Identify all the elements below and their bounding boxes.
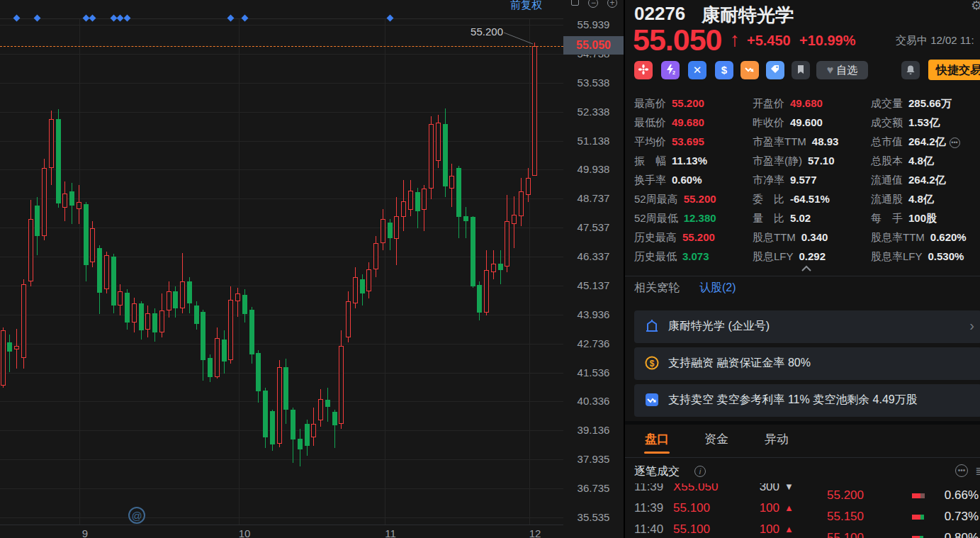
- company-profile-text: 康耐特光学 (企业号): [668, 319, 770, 334]
- level-price: 55.200: [827, 485, 864, 506]
- event-diamond-marker[interactable]: [82, 15, 89, 22]
- restore-view-icon[interactable]: [567, 0, 582, 9]
- market-cap-more-icon[interactable]: •••: [950, 138, 960, 148]
- stat-row: 最高价55.200开盘价49.680成交量285.66万: [634, 94, 980, 113]
- candle-body: [422, 189, 427, 210]
- stat-value: 100股: [908, 212, 937, 224]
- v-gridline: [79, 18, 80, 525]
- margin-finance-text: 支持融资 融资保证金率 80%: [668, 356, 811, 371]
- info-icon[interactable]: i: [694, 466, 706, 477]
- event-diamond-marker[interactable]: [34, 15, 41, 22]
- trade-direction-icon: ▲: [784, 519, 794, 538]
- gear-icon[interactable]: ⚙: [971, 0, 980, 13]
- quick-trade-button[interactable]: 快捷交易: [928, 60, 980, 80]
- v-gridline: [529, 18, 530, 525]
- trade-time: 11:39: [634, 498, 663, 519]
- candle-body: [118, 291, 123, 306]
- tabs-divider: [625, 457, 980, 458]
- switch-view-icon[interactable]: ≣: [975, 464, 980, 478]
- collapse-stats-chevron-icon[interactable]: [801, 262, 812, 275]
- tab-capital-flow[interactable]: 资金: [704, 431, 728, 447]
- candle-body: [305, 424, 310, 446]
- h-gridline: [0, 141, 563, 142]
- y-axis-tick: 40.336: [563, 395, 624, 408]
- stat-cell: 流通值264.2亿: [871, 170, 946, 189]
- stat-value: 55.200: [682, 231, 715, 243]
- h-gridline: [0, 344, 563, 344]
- stat-value: 264.2亿: [908, 135, 946, 147]
- candle-body: [152, 313, 157, 332]
- trade-price: X55.050: [673, 483, 718, 498]
- trade-time: 11:40: [634, 519, 663, 538]
- short-support-card[interactable]: 支持卖空 卖空参考利率 11% 卖空池剩余 4.49万股: [634, 384, 980, 417]
- candle-body: [270, 411, 275, 445]
- y-axis-tick: 49.938: [563, 163, 624, 176]
- candle-body: [401, 201, 406, 218]
- y-axis-tick: 37.935: [563, 453, 624, 466]
- candle-body: [283, 367, 288, 410]
- stat-row: 历史最高55.200股息TTM0.340股息率TTM0.620%: [634, 228, 980, 247]
- event-diamond-marker[interactable]: [89, 15, 96, 22]
- zoom-out-icon[interactable]: −: [585, 0, 601, 9]
- note-icon[interactable]: [792, 61, 810, 79]
- candle-body: [298, 439, 303, 449]
- tick-trade-list: 11:39X55.050300▼11:3955.100100▲11:4055.1…: [634, 483, 816, 538]
- stat-cell: 52周最高55.200: [634, 189, 716, 208]
- add-watchlist-button[interactable]: ♥自选: [816, 61, 868, 79]
- event-diamond-marker[interactable]: [117, 15, 124, 22]
- company-profile-card[interactable]: 康耐特光学 (企业号) ›: [634, 310, 980, 343]
- candle-body: [249, 310, 254, 354]
- x-axis-line: [0, 525, 563, 525]
- volume-ratio-bar: [912, 493, 925, 498]
- stat-cell: 开盘价49.680: [753, 94, 823, 113]
- more-options-icon[interactable]: •••: [955, 464, 968, 477]
- x-axis-tick: 11: [385, 527, 396, 538]
- y-axis-tick: 39.136: [563, 424, 624, 437]
- margin-finance-card[interactable]: $ 支持融资 融资保证金率 80%: [634, 347, 980, 380]
- h-gridline: [0, 373, 563, 374]
- h-gridline: [0, 198, 563, 199]
- stat-label: 市净率: [753, 174, 784, 186]
- svg-text:2: 2: [672, 70, 675, 75]
- candle-body: [263, 391, 268, 437]
- related-warrants-link[interactable]: 认股(2): [699, 281, 736, 296]
- price-up-arrow-icon: ↑: [730, 28, 740, 51]
- level-percent: 0.80%: [945, 527, 979, 538]
- tab-anomalies[interactable]: 异动: [765, 431, 789, 447]
- candle-body: [139, 303, 144, 330]
- stat-label: 股息率LFY: [871, 250, 923, 262]
- tab-order-book[interactable]: 盘口: [645, 431, 669, 447]
- zoom-in-icon[interactable]: +: [604, 0, 620, 9]
- y-axis-tick: 41.536: [563, 366, 624, 379]
- company-building-icon: [645, 319, 659, 336]
- alert-bell-button[interactable]: [901, 61, 920, 79]
- currency-dollar-icon: $: [715, 61, 733, 79]
- y-axis-tick: 51.138: [563, 135, 624, 147]
- event-diamond-marker[interactable]: [110, 15, 117, 22]
- event-diamond-marker[interactable]: [227, 15, 235, 22]
- h-gridline: [0, 83, 563, 84]
- trade-volume: 300: [737, 483, 779, 498]
- event-diamond-marker[interactable]: [386, 15, 393, 22]
- candle-body: [104, 255, 109, 289]
- event-diamond-marker[interactable]: [13, 15, 21, 22]
- candle-body: [484, 270, 489, 313]
- stat-cell: 股息TTM0.340: [753, 228, 828, 247]
- stat-label: 市盈率(静): [753, 155, 802, 167]
- stat-row: 振 幅11.13%市盈率(静)57.10总股本4.8亿: [634, 151, 980, 170]
- price-volume-row: 55.2000.66%: [823, 485, 980, 506]
- kline-chart-area[interactable]: 55.200 @ 9101112: [0, 0, 563, 538]
- event-diamond-marker[interactable]: [241, 15, 248, 22]
- stat-cell: 每 手100股: [871, 208, 937, 228]
- candle-body: [111, 257, 116, 306]
- trade-direction-icon: ▲: [784, 498, 794, 519]
- candle-body: [332, 412, 337, 425]
- price-volume-row: 55.1500.73%: [823, 506, 980, 527]
- adjust-mode-selector[interactable]: 前复权: [510, 0, 542, 12]
- y-axis-tick: 48.737: [563, 192, 624, 205]
- candle-body: [339, 346, 344, 425]
- candle-body: [346, 301, 351, 337]
- stat-cell: 市盈率TTM48.93: [753, 132, 838, 151]
- price-volume-list: 55.2000.66%55.1500.73%55.1000.80%: [823, 483, 980, 538]
- event-diamond-marker[interactable]: [124, 15, 131, 22]
